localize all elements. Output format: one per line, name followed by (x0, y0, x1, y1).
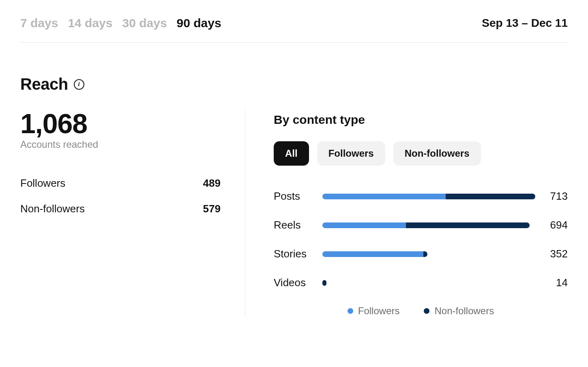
stat-value: 579 (203, 203, 221, 215)
time-tab-90-days[interactable]: 90 days (177, 16, 221, 30)
bar-row: Posts713 (274, 190, 568, 203)
bar-label: Reels (274, 219, 318, 231)
content-type-panel: By content type AllFollowersNon-follower… (245, 110, 568, 317)
section-header: Reach i (20, 75, 568, 93)
bar-track (322, 222, 535, 228)
stat-row: Non-followers579 (20, 196, 221, 222)
bar-segment-followers (322, 194, 446, 199)
bar-value: 352 (539, 248, 568, 260)
bar-value: 713 (539, 190, 568, 203)
content-type-title: By content type (274, 113, 568, 127)
time-tab-30-days[interactable]: 30 days (122, 16, 167, 30)
audience-segment-tabs: AllFollowersNon-followers (274, 141, 568, 166)
stat-label: Followers (20, 177, 65, 190)
bar-label: Posts (274, 190, 318, 203)
bar-label: Videos (274, 276, 318, 289)
bar-value: 694 (539, 219, 568, 231)
info-icon[interactable]: i (74, 79, 84, 90)
accounts-reached-number: 1,068 (20, 110, 221, 137)
bar-segment-followers (322, 222, 406, 228)
bar-label: Stories (274, 248, 318, 260)
legend-dot (348, 308, 353, 314)
time-tab-14-days[interactable]: 14 days (68, 16, 112, 30)
bar-track (322, 251, 535, 257)
summary-panel: 1,068 Accounts reached Followers489Non-f… (20, 110, 245, 317)
bar-segment-nonfollowers (446, 194, 535, 199)
segment-tab-followers[interactable]: Followers (317, 141, 385, 166)
content-type-bars: Posts713Reels694Stories352Videos14 (274, 190, 568, 289)
follower-breakdown: Followers489Non-followers579 (20, 171, 221, 222)
section-title: Reach (20, 75, 68, 93)
stat-row: Followers489 (20, 171, 221, 196)
bar-row: Videos14 (274, 276, 568, 289)
legend-item: Followers (348, 305, 400, 317)
bar-segment-nonfollowers (322, 280, 326, 286)
stat-value: 489 (203, 177, 221, 190)
legend-item: Non-followers (424, 305, 494, 317)
content-columns: 1,068 Accounts reached Followers489Non-f… (20, 110, 568, 317)
legend-dot (424, 308, 429, 314)
bar-segment-nonfollowers (406, 222, 530, 228)
legend-label: Followers (358, 305, 400, 317)
bar-segment-nonfollowers (423, 251, 427, 257)
accounts-reached-label: Accounts reached (20, 139, 221, 150)
time-tab-7-days[interactable]: 7 days (20, 16, 58, 30)
bar-row: Reels694 (274, 219, 568, 231)
date-range: Sep 13 – Dec 11 (482, 17, 568, 30)
time-range-tabs: 7 days14 days30 days90 days (20, 16, 221, 30)
bar-track (322, 194, 535, 199)
legend-label: Non-followers (434, 305, 494, 317)
stat-label: Non-followers (20, 203, 85, 215)
segment-tab-all[interactable]: All (274, 141, 309, 166)
bar-value: 14 (539, 276, 568, 289)
chart-legend: FollowersNon-followers (274, 305, 568, 317)
bar-segment-followers (322, 251, 423, 257)
segment-tab-non-followers[interactable]: Non-followers (393, 141, 481, 166)
bar-track (322, 280, 535, 286)
bar-row: Stories352 (274, 248, 568, 260)
header: 7 days14 days30 days90 days Sep 13 – Dec… (20, 16, 568, 43)
